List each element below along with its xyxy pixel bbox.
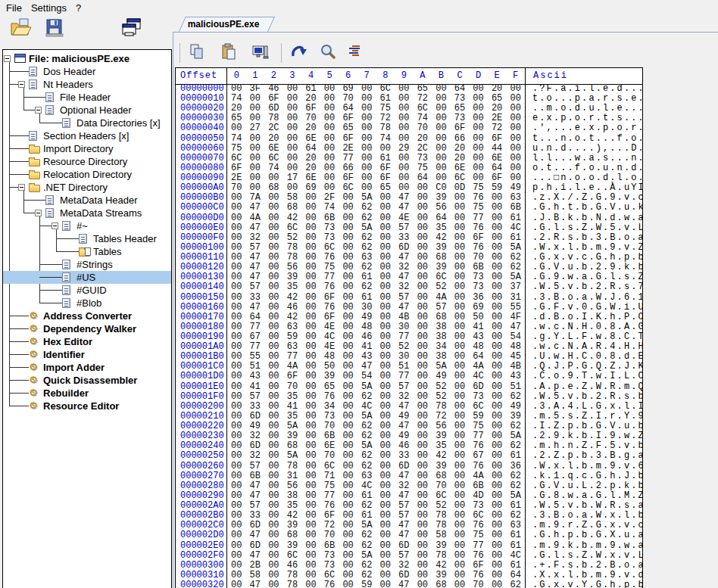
hex-byte[interactable]: 00 <box>301 293 320 303</box>
hex-byte[interactable]: 00 <box>227 551 246 561</box>
hex-byte[interactable]: 00 <box>488 392 507 402</box>
tree-item-resource-editor[interactable]: ⚙Resource Editor <box>3 400 171 412</box>
hex-byte[interactable]: 00 <box>432 144 451 154</box>
hex-byte[interactable]: 00 <box>264 223 283 233</box>
tree-item-address-converter[interactable]: ⚙Address Converter <box>3 310 171 322</box>
hex-byte[interactable]: 47 <box>246 223 265 233</box>
hex-byte[interactable]: 57 <box>395 551 414 561</box>
hex-byte[interactable]: 32 <box>395 282 414 292</box>
hex-byte[interactable]: 00 <box>376 144 395 154</box>
hex-byte[interactable]: 00 <box>414 313 432 322</box>
hex-byte[interactable]: 6B <box>506 203 525 213</box>
hex-byte[interactable]: 00 <box>339 451 357 461</box>
hex-byte[interactable]: 39 <box>432 462 451 471</box>
hex-byte[interactable]: 00 <box>414 580 432 588</box>
hex-byte[interactable]: 00 <box>488 580 507 588</box>
hex-byte[interactable]: 00 <box>264 203 283 213</box>
hex-byte[interactable]: 31 <box>506 293 525 303</box>
hex-byte[interactable]: 00 <box>227 382 246 392</box>
hex-byte[interactable]: 5A <box>357 382 376 392</box>
hex-ascii[interactable]: .',...e.x.p.o.r. <box>532 123 643 133</box>
hex-byte[interactable]: 32 <box>246 451 265 461</box>
hex-byte[interactable]: 00 <box>488 561 507 571</box>
hex-byte[interactable]: 00 <box>414 372 432 381</box>
hex-byte[interactable]: 63 <box>357 471 376 481</box>
tree-item-rebuilder[interactable]: ⚙Rebuilder <box>3 387 171 400</box>
hex-byte[interactable]: 6B <box>320 213 339 223</box>
hex-byte[interactable]: 6E <box>301 134 320 144</box>
hex-byte[interactable]: 00 <box>264 392 283 402</box>
hex-byte[interactable]: 00 <box>339 303 357 313</box>
hex-byte[interactable]: 76 <box>320 303 339 313</box>
hex-ascii[interactable]: .2.Z.p.b.3.B.g.a <box>532 451 643 461</box>
hex-byte[interactable]: 70 <box>320 451 339 461</box>
hex-byte[interactable]: 00 <box>227 451 246 461</box>
hex-byte[interactable]: 43 <box>246 372 265 381</box>
hex-byte[interactable]: 00 <box>301 282 320 292</box>
hex-byte[interactable]: 00 <box>339 580 357 588</box>
hex-byte[interactable]: 00 <box>376 382 395 392</box>
hex-byte[interactable]: 00 <box>488 382 507 392</box>
hex-byte[interactable]: 00 <box>432 123 451 133</box>
hex-byte[interactable]: 00 <box>488 213 507 223</box>
tree-item-guid[interactable]: #GUID <box>3 284 171 297</box>
document-tab[interactable]: maliciousPE.exe <box>179 17 268 32</box>
tree-item-dos-header[interactable]: Dos Header <box>3 65 171 78</box>
hex-ascii[interactable]: t...n.o.t...f.o. <box>532 134 643 144</box>
hex-byte[interactable]: 00 <box>451 203 470 213</box>
hex-byte[interactable]: 61 <box>506 541 525 551</box>
hex-ascii[interactable]: .3.B.o.a.W.J.6.1 <box>532 293 643 303</box>
hex-byte[interactable]: 00 <box>339 282 357 292</box>
hex-byte[interactable]: 47 <box>246 551 265 561</box>
paste-button[interactable] <box>219 42 239 62</box>
hex-byte[interactable]: 62 <box>357 541 376 551</box>
hex-byte[interactable]: 00 <box>264 293 283 303</box>
hex-byte[interactable]: 00 <box>357 144 376 154</box>
hex-ascii[interactable]: .G.F.v.0.G.W.i.U <box>532 303 643 313</box>
hex-byte[interactable]: 00 <box>488 451 507 461</box>
hex-byte[interactable]: 00 <box>414 203 432 213</box>
hex-byte[interactable]: 64 <box>432 213 451 223</box>
hex-byte[interactable]: 56 <box>432 203 451 213</box>
hex-byte[interactable]: 35 <box>283 392 302 402</box>
hex-byte[interactable]: 78 <box>283 462 302 471</box>
hex-byte[interactable]: 76 <box>320 392 339 402</box>
hex-byte[interactable]: 43 <box>506 372 525 381</box>
tree-item-us[interactable]: #US <box>3 271 171 284</box>
hex-byte[interactable]: 00 <box>376 303 395 313</box>
hex-byte[interactable]: 4C <box>506 551 525 561</box>
hex-byte[interactable]: 33 <box>395 451 414 461</box>
hex-byte[interactable]: 00 <box>264 451 283 461</box>
hex-byte[interactable]: 70 <box>469 580 488 588</box>
hex-byte[interactable]: 6F <box>488 134 507 144</box>
hex-byte[interactable]: 00 <box>414 451 432 461</box>
hex-byte[interactable]: 47 <box>246 203 265 213</box>
hex-byte[interactable]: 00 <box>264 282 283 292</box>
hex-byte[interactable]: 00 <box>376 203 395 213</box>
tree-item-import-directory[interactable]: Import Directory <box>3 142 171 155</box>
hex-byte[interactable]: 00 <box>488 223 507 233</box>
hex-byte[interactable]: 00 <box>376 372 395 381</box>
hex-byte[interactable]: 00 <box>414 551 432 561</box>
hex-byte[interactable]: 00 <box>414 561 432 571</box>
hex-byte[interactable]: 00 <box>227 313 246 322</box>
hex-byte[interactable]: 27 <box>246 123 265 133</box>
hex-byte[interactable]: 71 <box>320 471 339 481</box>
hex-byte[interactable]: 4A <box>469 471 488 481</box>
hex-byte[interactable]: 46 <box>283 561 302 571</box>
hex-byte[interactable]: 00 <box>451 462 470 471</box>
hex-ascii[interactable]: u.n.d....),...D. <box>532 144 643 154</box>
hex-byte[interactable]: 00 <box>488 541 507 551</box>
hex-byte[interactable]: 00 <box>264 303 283 313</box>
hex-byte[interactable]: 77 <box>469 541 488 551</box>
collapse-toggle-icon[interactable] <box>52 222 58 229</box>
hex-byte[interactable]: 42 <box>283 293 302 303</box>
hex-byte[interactable]: 00 <box>506 123 525 133</box>
hex-byte[interactable]: 00 <box>339 530 357 540</box>
hex-byte[interactable]: 70 <box>283 382 302 392</box>
hex-byte[interactable]: 57 <box>395 293 414 303</box>
hex-byte[interactable]: 62 <box>357 203 376 213</box>
hex-byte[interactable]: 4F <box>506 313 525 322</box>
hex-byte[interactable]: 78 <box>283 580 302 588</box>
hex-byte[interactable]: 00 <box>451 282 470 292</box>
